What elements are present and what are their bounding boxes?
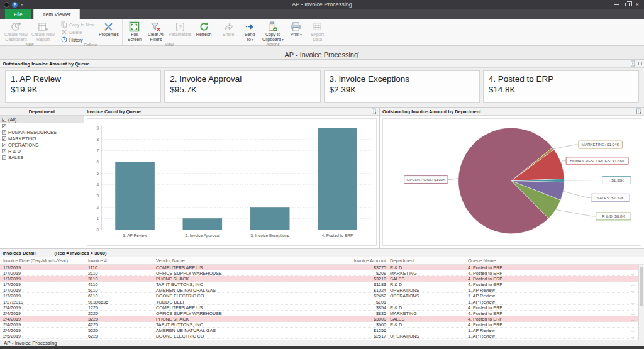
checkbox-icon[interactable]: ✓ xyxy=(2,124,6,128)
table-row[interactable]: 1/7/20192110OFFICE SUPPLY WAREHOUSE$209M… xyxy=(0,270,644,276)
column-header-queue-name[interactable]: Queue Name xyxy=(468,257,629,264)
table-scrollbar[interactable] xyxy=(638,265,644,340)
card-2-invoice-approval[interactable]: 2. Invoice Approval$95.7K xyxy=(164,70,320,103)
cell-invoice-number: 91396636 xyxy=(88,299,156,304)
bar-1-ap-review[interactable] xyxy=(116,162,155,230)
export-icon[interactable] xyxy=(371,108,377,117)
clear-all-filters-button[interactable]: Clear AllFilters xyxy=(145,20,167,42)
refresh-icon xyxy=(199,21,209,32)
card-1-ap-review[interactable]: 1. AP Review$19.9K xyxy=(5,70,161,103)
checkbox-icon[interactable]: ✓ xyxy=(2,149,6,153)
maximize-icon[interactable] xyxy=(638,62,642,65)
close-button[interactable]: × xyxy=(636,2,639,8)
card-3-invoice-exceptions[interactable]: 3. Invoice Exceptions$2.39K xyxy=(324,70,480,103)
checkbox-icon[interactable]: ✓ xyxy=(2,130,6,135)
cell-department: R & D xyxy=(390,322,468,327)
restore-button[interactable] xyxy=(625,3,630,6)
cell-department: R & D xyxy=(390,265,468,270)
row-more-indicator[interactable]: … xyxy=(629,293,638,298)
table-row[interactable]: 2/4/20195220AMEREN-UE NATURAL GAS$12561.… xyxy=(0,328,644,333)
row-more-indicator[interactable]: … xyxy=(629,311,638,316)
department-item-human-resources[interactable]: ✓HUMAN RESOURCES xyxy=(0,129,84,135)
row-more-indicator[interactable]: … xyxy=(629,265,638,270)
button-label: Share xyxy=(223,32,235,37)
cell-date: 2/4/2019 xyxy=(0,305,88,310)
copy-to-new-button[interactable]: Copy to New xyxy=(61,21,94,28)
button-label: Parameters xyxy=(169,32,191,37)
table-row[interactable]: 1/7/20196110BOONE ELECTRIC CO$2452OPERAT… xyxy=(0,293,644,299)
create-new-dashboard-button[interactable]: Create NewDashboard xyxy=(3,20,30,42)
department-label: HUMAN RESOURCES xyxy=(8,130,57,135)
label-leader-line xyxy=(553,145,579,149)
create-new-report-button[interactable]: Create NewReport xyxy=(30,20,57,42)
cell-amount: $600 xyxy=(296,322,390,327)
department-item-marketing[interactable]: ✓MARKETING xyxy=(0,135,84,141)
bar-4-posted-to-erp[interactable] xyxy=(318,128,357,230)
export-icon[interactable] xyxy=(636,108,642,117)
bar-3-invoice-exceptions[interactable] xyxy=(250,208,289,230)
row-more-indicator[interactable]: … xyxy=(629,333,638,338)
send-to-button[interactable]: SendTo▾ xyxy=(239,20,260,42)
cell-vendor: COMPUTERS ARE US xyxy=(156,305,296,310)
cell-amount: $1256 xyxy=(296,328,390,333)
cell-vendor: PHONE SHACK xyxy=(156,276,296,281)
pie-chart-panel: Outstanding Invoice Amount by Department… xyxy=(380,108,644,248)
pie-panel-title: Outstanding Invoice Amount by Department xyxy=(382,109,481,114)
table-row[interactable]: 1/27/201991396636TODD'S DELI$1011. AP Re… xyxy=(0,299,644,305)
row-more-indicator[interactable]: … xyxy=(629,287,638,292)
row-more-indicator[interactable]: … xyxy=(629,270,638,275)
minimize-button[interactable] xyxy=(614,4,619,5)
department-item-sales[interactable]: ✓SALES xyxy=(0,154,84,160)
column-header-invoice-amount[interactable]: Invoice Amount xyxy=(296,257,390,264)
export-data-button[interactable]: ExportData xyxy=(307,20,328,42)
row-more-indicator[interactable]: … xyxy=(629,316,638,321)
card-4-posted-to-erp[interactable]: 4. Posted to ERP$14.8K xyxy=(483,70,639,103)
column-header-vendor-name[interactable]: Vendor Name xyxy=(156,257,296,264)
row-more-indicator[interactable]: … xyxy=(629,276,638,281)
department-item-r-d[interactable]: ✓R & D xyxy=(0,148,84,154)
history-button[interactable]: History xyxy=(61,36,94,43)
table-row[interactable]: 1/7/20194110TAP-IT BUTTONS, INC$1183R & … xyxy=(0,282,644,287)
cell-invoice-number: 2110 xyxy=(88,270,156,275)
table-row[interactable]: 1/7/20191110COMPUTERS ARE US$3775R & D4.… xyxy=(0,265,644,270)
cell-queue: 4. Posted to ERP xyxy=(468,276,629,281)
export-icon[interactable] xyxy=(630,60,636,69)
cell-department: R & D xyxy=(390,282,468,287)
share-icon xyxy=(223,21,234,32)
properties-button[interactable]: Properties xyxy=(97,20,121,43)
scrollbar-thumb[interactable] xyxy=(640,267,643,306)
department-item-operations[interactable]: ✓OPERATIONS xyxy=(0,141,84,148)
cell-vendor: AMEREN-UE NATURAL GAS xyxy=(156,287,296,292)
delete-button[interactable]: Delete xyxy=(61,29,94,35)
table-row[interactable]: 2/4/20192220OFFICE SUPPLY WAREHOUSE$835M… xyxy=(0,311,644,316)
row-more-indicator[interactable]: … xyxy=(629,322,638,327)
table-row[interactable]: 1/7/20193110PHONE SHACK$3210SALES4. Post… xyxy=(0,276,644,282)
column-header-department[interactable]: Department xyxy=(390,257,468,264)
checkbox-icon[interactable]: ✓ xyxy=(2,155,6,160)
parameters-button[interactable]: ?Parameters xyxy=(167,20,193,42)
tab-file[interactable]: File xyxy=(5,9,31,19)
table-row[interactable]: 2/4/20193220PHONE SHACK$3000SALES4. Post… xyxy=(0,316,644,322)
row-more-indicator[interactable]: … xyxy=(629,299,638,304)
column-header-invoice[interactable]: Invoice # xyxy=(88,257,156,264)
print-button[interactable]: Print▾ xyxy=(286,20,307,42)
table-row[interactable]: 1/7/20195110AMEREN-UE NATURAL GAS$1024OP… xyxy=(0,287,644,293)
checkbox-icon[interactable]: ✓ xyxy=(2,118,6,122)
tab-item-viewer[interactable]: Item Viewer xyxy=(33,9,80,19)
checkbox-icon[interactable]: ✓ xyxy=(2,136,6,141)
table-row[interactable]: 2/5/20196220BOONE ELECTRIC CO$2517OPERAT… xyxy=(0,333,644,339)
refresh-button[interactable]: Refresh xyxy=(193,20,214,42)
copy-to-clipboard-button[interactable]: Copy toClipboard▾ xyxy=(260,20,286,42)
department-item-all[interactable]: ✓(All) xyxy=(0,116,84,123)
column-header-invoice-date-day-month-year[interactable]: Invoice Date (Day-Month-Year) xyxy=(0,257,88,264)
bar-2-invoice-approval[interactable] xyxy=(183,219,222,230)
department-item-blank[interactable]: ✓ xyxy=(0,123,84,129)
row-more-indicator[interactable]: … xyxy=(629,305,638,310)
full-screen-button[interactable]: FullScreen xyxy=(124,20,145,42)
table-row[interactable]: 2/4/20191220COMPUTERS ARE US$854R & D4. … xyxy=(0,305,644,311)
table-row[interactable]: 2/4/20194220TAP-IT BUTTONS, INC$600R & D… xyxy=(0,322,644,328)
row-more-indicator[interactable]: … xyxy=(629,328,638,333)
share-button[interactable]: Share xyxy=(218,20,239,42)
row-more-indicator[interactable]: … xyxy=(629,282,638,287)
checkbox-icon[interactable]: ✓ xyxy=(2,143,6,147)
